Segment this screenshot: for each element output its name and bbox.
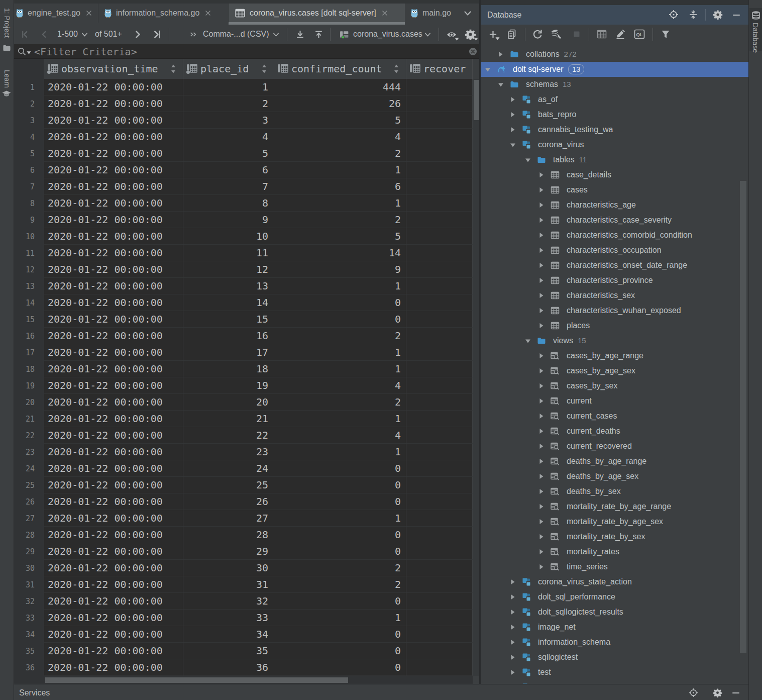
close-icon[interactable]	[205, 10, 211, 16]
cell-observation-time[interactable]: 2020-01-22 00:00:00	[44, 510, 183, 527]
hide-bar-minus-icon[interactable]	[732, 689, 740, 697]
cell-confirmed-count[interactable]: 0	[274, 643, 406, 659]
expand-arrow-icon[interactable]	[498, 51, 504, 57]
first-page-icon[interactable]	[21, 30, 29, 39]
cell-observation-time[interactable]: 2020-01-22 00:00:00	[44, 543, 183, 560]
settings-gear-icon[interactable]	[713, 10, 723, 20]
expand-arrow-icon[interactable]	[538, 262, 545, 268]
chevron-down-icon[interactable]	[81, 31, 88, 38]
row-number[interactable]: 10	[14, 228, 44, 245]
expand-arrow-icon[interactable]	[510, 654, 516, 660]
cell-recovered[interactable]	[406, 361, 473, 377]
tree-item-mortality_rate_by_age_range[interactable]: mortality_rate_by_age_range	[481, 499, 748, 514]
tree-item-dolt-sql-server[interactable]: dolt sql-server13	[481, 62, 748, 77]
row-number[interactable]: 4	[14, 129, 44, 145]
refresh-icon[interactable]	[532, 29, 542, 39]
expand-arrow-icon[interactable]	[538, 232, 545, 238]
tree-item-deaths_by_age_sex[interactable]: deaths_by_age_sex	[481, 469, 748, 484]
cell-place-id[interactable]: 35	[183, 643, 274, 659]
cell-place-id[interactable]: 30	[183, 560, 274, 576]
chevron-down-icon[interactable]	[424, 31, 431, 38]
cell-recovered[interactable]	[406, 328, 473, 344]
tab-corona-virus-cases[interactable]: corona_virus.cases [dolt sql-server]	[229, 4, 405, 23]
services-label[interactable]: Services	[19, 688, 50, 697]
cell-confirmed-count[interactable]: 4	[274, 377, 406, 394]
cell-confirmed-count[interactable]: 444	[274, 79, 406, 95]
cell-place-id[interactable]: 22	[183, 427, 274, 444]
cell-observation-time[interactable]: 2020-01-22 00:00:00	[44, 178, 183, 195]
table-selector-dropdown[interactable]: corona_virus.cases	[353, 30, 422, 39]
collapse-arrow-icon[interactable]	[498, 82, 504, 88]
cell-recovered[interactable]	[406, 162, 473, 178]
cell-observation-time[interactable]: 2020-01-22 00:00:00	[44, 444, 183, 460]
expand-arrow-icon[interactable]	[538, 353, 545, 359]
cell-confirmed-count[interactable]: 2	[274, 576, 406, 593]
row-number[interactable]: 1	[14, 79, 44, 95]
cell-recovered[interactable]	[406, 460, 473, 477]
row-number[interactable]: 29	[14, 543, 44, 560]
expand-arrow-icon[interactable]	[510, 112, 516, 118]
cell-observation-time[interactable]: 2020-01-22 00:00:00	[44, 610, 183, 626]
tree-item-bats_repro[interactable]: bats_repro	[481, 107, 748, 122]
cell-recovered[interactable]	[406, 245, 473, 261]
cell-place-id[interactable]: 4	[183, 129, 274, 145]
row-number[interactable]: 27	[14, 510, 44, 527]
cell-recovered[interactable]	[406, 278, 473, 294]
cell-confirmed-count[interactable]: 1	[274, 344, 406, 361]
export-format-dropdown[interactable]: Comma-...d (CSV)	[203, 30, 269, 39]
cell-recovered[interactable]	[406, 610, 473, 626]
tree-item-corona_virus_state_action[interactable]: corona_virus_state_action	[481, 574, 748, 589]
last-page-icon[interactable]	[152, 30, 162, 39]
expand-arrow-icon[interactable]	[538, 428, 545, 434]
cell-confirmed-count[interactable]: 1	[274, 444, 406, 460]
tree-item-characteristics_province[interactable]: characteristics_province	[481, 273, 748, 288]
column-header-confirmed_count[interactable]: confirmed_count	[274, 59, 406, 79]
data-source-properties-icon[interactable]	[551, 29, 562, 39]
cell-observation-time[interactable]: 2020-01-22 00:00:00	[44, 228, 183, 245]
tree-item-sqllogictest[interactable]: sqllogictest	[481, 650, 748, 665]
expand-arrow-icon[interactable]	[510, 609, 516, 615]
download-data-icon[interactable]	[295, 30, 305, 39]
cell-recovered[interactable]	[406, 659, 473, 676]
expand-arrow-icon[interactable]	[538, 504, 545, 510]
tree-item-dolt_sql_performance[interactable]: dolt_sql_performance	[481, 589, 748, 605]
tree-item-characteristics_comorbid_condition[interactable]: characteristics_comorbid_condition	[481, 228, 748, 243]
tree-item-mortality_rate_by_age_sex[interactable]: mortality_rate_by_age_sex	[481, 514, 748, 529]
tree-item-current[interactable]: current	[481, 393, 748, 409]
cell-observation-time[interactable]: 2020-01-22 00:00:00	[44, 527, 183, 543]
row-number[interactable]: 9	[14, 212, 44, 228]
expand-arrow-icon[interactable]	[538, 217, 545, 223]
cell-recovered[interactable]	[406, 444, 473, 460]
sort-arrows-icon[interactable]	[170, 64, 176, 74]
cell-observation-time[interactable]: 2020-01-22 00:00:00	[44, 212, 183, 228]
expand-arrow-icon[interactable]	[538, 323, 545, 329]
cell-recovered[interactable]	[406, 145, 473, 162]
row-number[interactable]: 33	[14, 610, 44, 626]
cell-place-id[interactable]: 16	[183, 328, 274, 344]
expand-arrow-icon[interactable]	[538, 383, 545, 389]
scrollbar-thumb[interactable]	[474, 80, 479, 120]
cell-observation-time[interactable]: 2020-01-22 00:00:00	[44, 593, 183, 610]
cell-observation-time[interactable]: 2020-01-22 00:00:00	[44, 95, 183, 112]
expand-arrow-icon[interactable]	[538, 368, 545, 374]
row-number[interactable]: 15	[14, 311, 44, 328]
cell-observation-time[interactable]: 2020-01-22 00:00:00	[44, 427, 183, 444]
cell-place-id[interactable]: 25	[183, 477, 274, 493]
collapse-all-icon[interactable]	[688, 10, 698, 20]
cell-recovered[interactable]	[406, 195, 473, 212]
settings-gear-icon[interactable]	[713, 688, 722, 697]
tree-item-as_of[interactable]: as_of	[481, 92, 748, 107]
cell-observation-time[interactable]: 2020-01-22 00:00:00	[44, 361, 183, 377]
tree-item-cannabis_testing_wa[interactable]: cannabis_testing_wa	[481, 122, 748, 137]
database-stack-icon[interactable]	[751, 11, 760, 20]
cell-confirmed-count[interactable]: 4	[274, 129, 406, 145]
cell-place-id[interactable]: 36	[183, 659, 274, 676]
tree-item-dolt_sqllogictest_results[interactable]: dolt_sqllogictest_results	[481, 605, 748, 620]
cell-confirmed-count[interactable]: 5	[274, 228, 406, 245]
tree-item-characteristics_occupation[interactable]: characteristics_occupation	[481, 243, 748, 258]
cell-place-id[interactable]: 26	[183, 493, 274, 510]
cell-place-id[interactable]: 9	[183, 212, 274, 228]
row-number[interactable]: 26	[14, 493, 44, 510]
tool-stripe-learn-label[interactable]: Learn	[3, 70, 11, 88]
filter-criteria-input[interactable]: <Filter Criteria>	[34, 46, 137, 58]
